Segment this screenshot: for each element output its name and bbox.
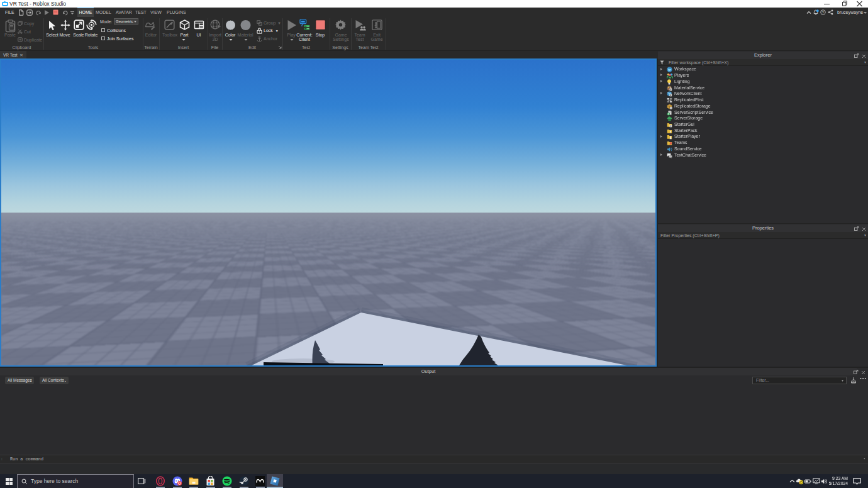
svg-text:O: O: [799, 480, 803, 484]
svg-text:?: ?: [822, 11, 825, 14]
